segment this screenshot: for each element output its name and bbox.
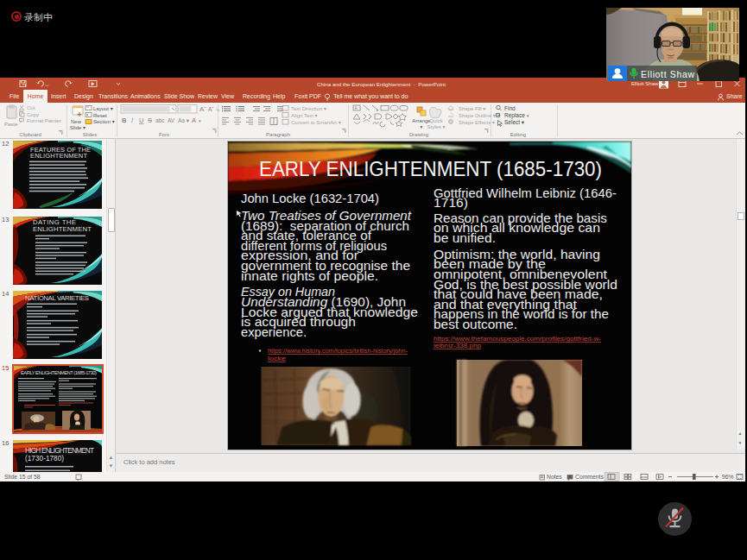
- svg-text:Arrange: Arrange: [412, 118, 431, 123]
- svg-text:Notes: Notes: [547, 474, 562, 480]
- svg-text:John Locke (1632-1704): John Locke (1632-1704): [241, 191, 379, 205]
- svg-text:EARLY ENLIGHTENMENT (1685-1730: EARLY ENLIGHTENMENT (1685-1730): [259, 157, 602, 180]
- svg-text:▾: ▾: [421, 124, 423, 129]
- svg-text:experience.: experience.: [241, 324, 307, 339]
- svg-text:B: B: [122, 116, 127, 124]
- svg-text:U: U: [139, 116, 143, 124]
- svg-text:A: A: [192, 116, 196, 124]
- svg-text:1716): 1716): [434, 195, 468, 210]
- svg-text:Shape Fill ▾: Shape Fill ▾: [459, 106, 485, 111]
- svg-text:Copy: Copy: [27, 112, 39, 117]
- svg-text:Cut: Cut: [27, 105, 35, 110]
- svg-text:Aˇ: Aˇ: [208, 106, 214, 112]
- svg-text:Quick: Quick: [429, 118, 443, 123]
- svg-text:abc: abc: [155, 117, 165, 123]
- svg-text:Comments: Comments: [575, 474, 604, 480]
- svg-text:A: A: [355, 105, 358, 110]
- svg-text:Aa ▾: Aa ▾: [178, 117, 190, 123]
- svg-text:New: New: [71, 119, 82, 124]
- svg-text:locke: locke: [268, 355, 286, 362]
- svg-text:leibniz-338.php: leibniz-338.php: [434, 343, 481, 349]
- svg-text:Elliott Shaw: Elliott Shaw: [641, 69, 694, 79]
- svg-text:▾: ▾: [199, 118, 201, 123]
- svg-text:Slide 15 of 58: Slide 15 of 58: [4, 474, 41, 480]
- svg-text:innate rights of people.: innate rights of people.: [241, 268, 378, 283]
- svg-text:Layout ▾: Layout ▾: [93, 106, 113, 111]
- svg-text:Select ▾: Select ▾: [504, 119, 525, 125]
- svg-text:https://www.thefamouspeople.co: https://www.thefamouspeople.com/profiles…: [434, 336, 602, 343]
- svg-text:Format Painter: Format Painter: [27, 118, 61, 123]
- svg-text:Align Text ▾: Align Text ▾: [291, 113, 318, 118]
- svg-text:(1730-1780): (1730-1780): [25, 455, 64, 462]
- svg-text:Clipboard: Clipboard: [19, 132, 41, 137]
- svg-text:Font: Font: [159, 132, 169, 137]
- svg-text:I: I: [131, 116, 133, 124]
- svg-text:Slides: Slides: [83, 132, 97, 137]
- svg-text:Slide ▾: Slide ▾: [70, 125, 85, 130]
- svg-text:ENLIGHTENMENT: ENLIGHTENMENT: [33, 225, 92, 233]
- svg-text:96%: 96%: [722, 474, 734, 480]
- svg-text:ENLIGHTENMENT: ENLIGHTENMENT: [30, 152, 87, 160]
- svg-text:Shape Effects ▾: Shape Effects ▾: [459, 120, 495, 125]
- svg-text:Find: Find: [504, 105, 516, 111]
- svg-text:⤷: ⤷: [216, 106, 219, 112]
- svg-text:Replace: Replace: [504, 112, 525, 119]
- svg-text:Editing: Editing: [510, 132, 526, 137]
- svg-text:Styles ▾: Styles ▾: [427, 124, 445, 129]
- svg-text:Paragraph: Paragraph: [266, 132, 290, 137]
- svg-text:Convert to SmartArt ▾: Convert to SmartArt ▾: [291, 120, 341, 125]
- svg-text:HIGH ENLIGHTENMENT: HIGH ENLIGHTENMENT: [25, 447, 94, 455]
- svg-text:Paste: Paste: [4, 122, 18, 127]
- svg-text:Section ▾: Section ▾: [93, 119, 115, 124]
- svg-text:Drawing: Drawing: [409, 132, 428, 137]
- svg-text:https://www.history.com/topics: https://www.history.com/topics/british-h…: [268, 347, 408, 355]
- svg-text:NATIONAL VARIETIES: NATIONAL VARIETIES: [25, 294, 89, 302]
- svg-text:Text Direction ▾: Text Direction ▾: [291, 106, 326, 111]
- svg-text:Reset: Reset: [93, 113, 107, 118]
- svg-text:Aˇ: Aˇ: [199, 105, 206, 113]
- svg-text:Shape Outline ▾: Shape Outline ▾: [459, 113, 496, 118]
- svg-text:EARLY ENLIGHTENMENT (1685-1730: EARLY ENLIGHTENMENT (1685-1730): [21, 370, 97, 375]
- svg-text:be unified.: be unified.: [434, 230, 496, 245]
- svg-text:AV: AV: [168, 117, 175, 123]
- svg-text:▾: ▾: [527, 113, 529, 118]
- svg-text:best outcome.: best outcome.: [434, 317, 517, 331]
- svg-text:S: S: [148, 116, 152, 124]
